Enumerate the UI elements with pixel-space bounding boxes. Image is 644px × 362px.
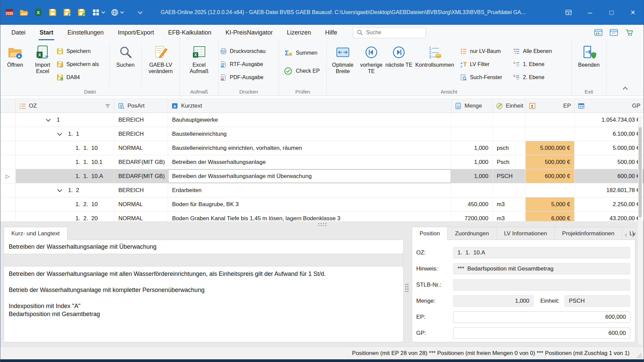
- ribbon-options-button[interactable]: [558, 0, 579, 25]
- close-button[interactable]: ×: [622, 0, 644, 25]
- oz-cell[interactable]: 1. 1. 10: [16, 141, 114, 155]
- tab-zuordnungen[interactable]: Zuordnungen: [447, 227, 496, 240]
- ep-cell[interactable]: 5,000 €: [526, 197, 575, 211]
- vertical-splitter-grip[interactable]: [405, 283, 409, 293]
- tab-start[interactable]: Start: [33, 25, 60, 40]
- vorherige-te-button[interactable]: vorherige TE: [358, 42, 385, 75]
- posart-cell[interactable]: BEDARF(MIT GB): [114, 169, 168, 183]
- header-ep[interactable]: Σ EP: [526, 99, 575, 113]
- gp-cell[interactable]: 600,00 €: [575, 169, 644, 183]
- posart-cell[interactable]: NORMAL: [114, 197, 168, 211]
- tab-hilfe[interactable]: Hilfe: [318, 25, 344, 40]
- chevron-down-icon[interactable]: [46, 117, 51, 121]
- header-posart[interactable]: PosArt: [114, 99, 168, 113]
- oz-cell[interactable]: 1. 1: [16, 127, 114, 141]
- tab-datei[interactable]: Datei: [4, 25, 33, 40]
- save-button[interactable]: [48, 8, 57, 17]
- menge-cell[interactable]: 450,000: [451, 197, 493, 211]
- header-einheit[interactable]: Einheit: [493, 99, 526, 113]
- kurztext-display[interactable]: Betreiben der Wasserhaltungsanlage mit Ü…: [4, 240, 403, 254]
- ep-cell[interactable]: 600,000 €: [526, 169, 575, 183]
- such-fenster-button[interactable]: Such-Fenster: [460, 72, 513, 82]
- ep-cell[interactable]: 6,000 €: [526, 212, 575, 221]
- header-gp[interactable]: GP: [575, 99, 644, 113]
- langtext-display[interactable]: Betreiben der Wasserhaltungsanlage mit a…: [4, 266, 403, 342]
- menge-cell[interactable]: 1,000: [451, 155, 493, 169]
- gaeb-lv-veraendern-button[interactable]: GAEB-LV verändern: [143, 42, 178, 75]
- report-window-icon[interactable]: [609, 28, 618, 37]
- qat-customize-button[interactable]: [139, 11, 142, 13]
- open-file-button[interactable]: [19, 8, 28, 17]
- stlb-field[interactable]: [453, 279, 630, 291]
- speichern-button[interactable]: Speichern: [57, 46, 108, 56]
- tab-einstellungen[interactable]: Einstellungen: [60, 25, 111, 40]
- table-row[interactable]: 1. 2. 10 NORMAL Boden für Baugrube, BK 3…: [0, 197, 644, 212]
- lv-filter-button[interactable]: AZ LV Filter: [460, 59, 513, 69]
- einheit-cell[interactable]: psch: [493, 141, 526, 155]
- import-excel-button[interactable]: X Import Excel: [29, 42, 57, 75]
- oz-field[interactable]: 1. 1. 10.A: [453, 247, 630, 258]
- einheit-cell[interactable]: [493, 127, 526, 141]
- menge-cell[interactable]: 7200,000: [451, 212, 493, 221]
- globe-button[interactable]: [110, 8, 123, 17]
- tab-position[interactable]: Position: [412, 227, 447, 240]
- posart-cell[interactable]: BEREICH: [114, 127, 168, 141]
- posart-cell[interactable]: BEREICH: [114, 113, 168, 127]
- table-row-selected[interactable]: ▷ 1. 1. 10.A BEDARF(MIT GB) Betreiben de…: [0, 169, 644, 183]
- header-menge[interactable]: Menge: [451, 99, 493, 113]
- tab-lv-informationen[interactable]: LV Informationen: [496, 227, 555, 240]
- collapse-ribbon-button[interactable]: [620, 84, 630, 92]
- kurztext-cell[interactable]: Boden für Baugrube, BK 3: [168, 197, 451, 211]
- tab-ki-preisnavigator[interactable]: KI-PreisNavigator: [218, 25, 280, 40]
- tab-lizenzen[interactable]: Lizenzen: [280, 25, 318, 40]
- search-input[interactable]: [366, 29, 422, 36]
- ep-cell[interactable]: [526, 183, 575, 197]
- oz-cell[interactable]: 1. 2. 10: [16, 197, 114, 211]
- table-row[interactable]: 1. 2. 20 NORMAL Boden Graben Kanal Tiefe…: [0, 212, 644, 221]
- tab-kurz-und-langtext[interactable]: Kurz- und Langtext: [4, 227, 67, 240]
- menge-field[interactable]: 1,000: [453, 295, 534, 307]
- maximize-button[interactable]: □: [601, 0, 622, 25]
- kurztext-cell[interactable]: Baustelleneinrichtung: [168, 127, 451, 141]
- einheit-cell[interactable]: [493, 113, 526, 127]
- oz-cell[interactable]: 1. 2: [16, 183, 114, 197]
- table-row[interactable]: 1 BEREICH Bauhauptgewerke 1.054.734,03 €: [0, 113, 644, 127]
- da84-save-button[interactable]: [77, 8, 86, 17]
- ep-field[interactable]: 600,000: [453, 311, 630, 323]
- horizontal-splitter-grip[interactable]: [318, 223, 327, 226]
- table-row[interactable]: 1. 1. 10 NORMAL Baustelleneinrichtung ei…: [0, 141, 644, 155]
- oz-cell[interactable]: 1: [16, 113, 114, 127]
- cart-icon[interactable]: [625, 28, 634, 37]
- table-row[interactable]: 1. 1. 10.1 BEDARF(MIT GB) Betreiben der …: [0, 155, 644, 169]
- save-as-button[interactable]: [63, 8, 71, 17]
- ep-cell[interactable]: 500,000 €: [526, 155, 575, 169]
- beenden-button[interactable]: Beenden: [575, 42, 603, 68]
- menge-cell[interactable]: [451, 113, 493, 127]
- excel-aufmass-button[interactable]: X Excel Aufmaß: [184, 42, 214, 75]
- posart-cell[interactable]: BEDARF(MIT GB): [114, 155, 168, 169]
- menge-cell[interactable]: 1,000: [451, 141, 493, 155]
- einheit-cell[interactable]: m3: [493, 212, 526, 221]
- oz-cell[interactable]: 1. 1. 10.A: [16, 169, 114, 183]
- gp-cell[interactable]: 2.250,00 €: [575, 197, 644, 211]
- search-box[interactable]: [353, 27, 426, 38]
- tab-scroll-left-button[interactable]: ‹: [625, 231, 627, 238]
- einheit-cell[interactable]: Psch: [493, 155, 526, 169]
- nur-lv-baum-button[interactable]: nur LV-Baum: [460, 46, 513, 56]
- rtf-ausgabe-button[interactable]: RTF RTF-Ausgabe: [220, 59, 266, 69]
- druckvorschau-button[interactable]: Druckvorschau: [220, 46, 266, 56]
- einheit-cell[interactable]: PSCH: [493, 169, 526, 183]
- ep-cell[interactable]: [526, 127, 575, 141]
- chevron-down-icon[interactable]: [57, 187, 62, 192]
- header-kurztext[interactable]: A Kurztext: [168, 99, 451, 113]
- ep-cell[interactable]: 5.000,000 €: [526, 141, 575, 155]
- hinweis-field[interactable]: *** Bedarfsposition mit Gesamtbetrag: [453, 263, 630, 275]
- tab-scroll-right-button[interactable]: ›: [632, 231, 635, 238]
- einheit-cell[interactable]: m3: [493, 197, 526, 211]
- stats-window-icon[interactable]: [594, 28, 603, 37]
- check-ep-button[interactable]: Check EP: [284, 64, 320, 78]
- gp-cell[interactable]: 6.100,00 €: [575, 127, 644, 141]
- menge-cell[interactable]: [451, 183, 493, 197]
- einheit-field[interactable]: PSCH: [565, 295, 630, 307]
- pdf-ausgabe-button[interactable]: PDF PDF-Ausgabe: [220, 72, 266, 82]
